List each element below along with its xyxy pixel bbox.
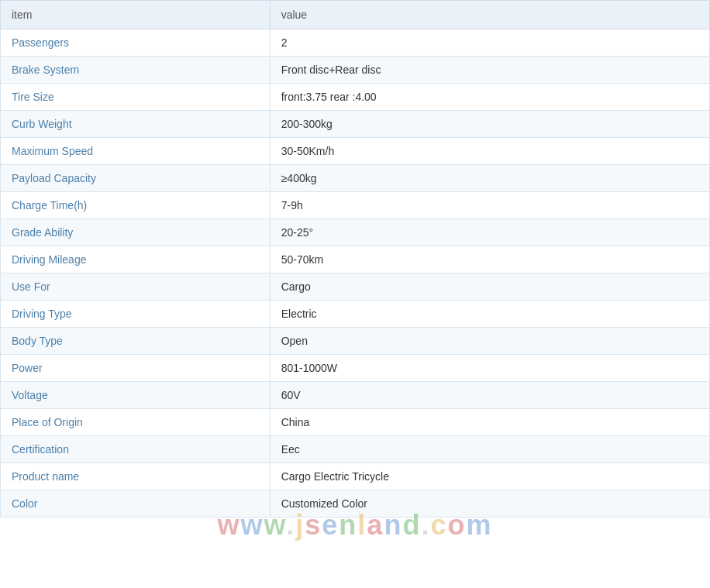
table-row: Curb Weight200-300kg bbox=[1, 111, 710, 138]
value-cell: 2 bbox=[270, 29, 709, 57]
value-cell: Open bbox=[270, 328, 709, 355]
item-cell: Color bbox=[1, 490, 271, 518]
item-cell: Use For bbox=[1, 273, 271, 301]
table-row: Tire Sizefront:3.75 rear :4.00 bbox=[1, 84, 710, 111]
table-header-row: item value bbox=[1, 1, 710, 29]
item-cell: Power bbox=[1, 355, 271, 382]
value-cell: 30-50Km/h bbox=[270, 138, 709, 165]
table-row: Body TypeOpen bbox=[1, 328, 710, 355]
table-row: Voltage60V bbox=[1, 382, 710, 409]
table-row: Product nameCargo Electric Tricycle bbox=[1, 463, 710, 490]
item-cell: Place of Origin bbox=[1, 409, 271, 436]
header-value: value bbox=[270, 1, 709, 29]
value-cell: Customized Color bbox=[270, 490, 709, 518]
item-cell: Passengers bbox=[1, 29, 271, 57]
item-cell: Product name bbox=[1, 463, 271, 490]
item-cell: Tire Size bbox=[1, 84, 271, 111]
value-cell: Front disc+Rear disc bbox=[270, 57, 709, 84]
item-cell: Certification bbox=[1, 436, 271, 463]
value-cell: 20-25° bbox=[270, 219, 709, 246]
specs-table-container: item value Passengers2Brake SystemFront … bbox=[0, 0, 710, 518]
value-cell: Cargo bbox=[270, 273, 709, 301]
table-row: Charge Time(h)7-9h bbox=[1, 192, 710, 219]
item-cell: Brake System bbox=[1, 57, 271, 84]
table-row: Driving TypeElectric bbox=[1, 301, 710, 328]
value-cell: Electric bbox=[270, 301, 709, 328]
item-cell: Curb Weight bbox=[1, 111, 271, 138]
table-row: Maximum Speed30-50Km/h bbox=[1, 138, 710, 165]
value-cell: Cargo Electric Tricycle bbox=[270, 463, 709, 490]
item-cell: Voltage bbox=[1, 382, 271, 409]
table-row: CertificationEec bbox=[1, 436, 710, 463]
item-cell: Body Type bbox=[1, 328, 271, 355]
value-cell: China bbox=[270, 409, 709, 436]
item-cell: Maximum Speed bbox=[1, 138, 271, 165]
table-row: Passengers2 bbox=[1, 29, 710, 57]
item-cell: Charge Time(h) bbox=[1, 192, 271, 219]
table-row: Grade Ability20-25° bbox=[1, 219, 710, 246]
table-row: ColorCustomized Color bbox=[1, 490, 710, 518]
item-cell: Driving Mileage bbox=[1, 246, 271, 273]
value-cell: Eec bbox=[270, 436, 709, 463]
table-row: Use ForCargo bbox=[1, 273, 710, 301]
item-cell: Grade Ability bbox=[1, 219, 271, 246]
value-cell: 60V bbox=[270, 382, 709, 409]
header-item: item bbox=[1, 1, 271, 29]
table-row: Power801-1000W bbox=[1, 355, 710, 382]
value-cell: 801-1000W bbox=[270, 355, 709, 382]
table-row: Payload Capacity≥400kg bbox=[1, 165, 710, 192]
value-cell: ≥400kg bbox=[270, 165, 709, 192]
item-cell: Driving Type bbox=[1, 301, 271, 328]
item-cell: Payload Capacity bbox=[1, 165, 271, 192]
table-row: Driving Mileage50-70km bbox=[1, 246, 710, 273]
specs-table: item value Passengers2Brake SystemFront … bbox=[0, 0, 710, 518]
value-cell: 200-300kg bbox=[270, 111, 709, 138]
value-cell: 50-70km bbox=[270, 246, 709, 273]
value-cell: 7-9h bbox=[270, 192, 709, 219]
table-row: Brake SystemFront disc+Rear disc bbox=[1, 57, 710, 84]
value-cell: front:3.75 rear :4.00 bbox=[270, 84, 709, 111]
table-row: Place of OriginChina bbox=[1, 409, 710, 436]
